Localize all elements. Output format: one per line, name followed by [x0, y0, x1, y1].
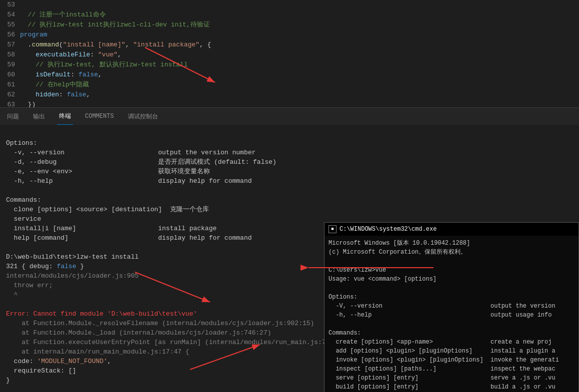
tab-comments[interactable]: COMMENTS — [83, 108, 116, 125]
code-line-59: 59 // 执行lzw-test, 默认执行lzw-test install — [0, 60, 579, 70]
code-line-55: 55 // 执行lzw-test init执行lzwcl-cli-dev ini… — [0, 20, 579, 30]
term-line — [6, 186, 573, 195]
tab-problems[interactable]: 问题 — [5, 108, 21, 125]
code-line-56: 56 program — [0, 30, 579, 40]
tab-output[interactable]: 输出 — [31, 108, 47, 125]
bottom-area: Options: -v, --version output the versio… — [0, 125, 579, 392]
line-number: 54 — [0, 10, 20, 20]
cmd-line: invoke [options] <plugin> [pluginOptions… — [328, 356, 574, 365]
code-line-57: 57 .command("install [name]", "install p… — [0, 40, 579, 50]
cmd-line: (c) Microsoft Corporation。保留所有权利。 — [328, 248, 574, 257]
line-number: 60 — [0, 70, 20, 80]
cmd-line — [328, 320, 574, 329]
line-number: 53 — [0, 0, 20, 10]
code-line-62: 62 hidden: false, — [0, 90, 579, 100]
code-line-58: 58 executableFile: "vue", — [0, 50, 579, 60]
cmd-line: Options: — [328, 293, 574, 302]
code-line-54: 54 // 注册一个install命令 — [0, 10, 579, 20]
tab-debug-console[interactable]: 调试控制台 — [126, 108, 160, 125]
cmd-line: C:\Users\lzw>vue — [328, 266, 574, 275]
cmd-line: build [options] [entry] build a .js or .… — [328, 383, 574, 392]
tab-bar: 问题 输出 终端 COMMENTS 调试控制台 — [0, 107, 579, 125]
code-line-60: 60 isDefault: false, — [0, 70, 579, 80]
cmd-line: -h, --help output usage info — [328, 311, 574, 320]
cmd-line: inspect [options] [paths...] inspect the… — [328, 365, 574, 374]
cmd-line: -V, --version output the version — [328, 302, 574, 311]
cmd-line — [328, 284, 574, 293]
cmd-title: C:\WINDOWS\system32\cmd.exe — [340, 226, 436, 233]
line-number: 57 — [0, 40, 20, 50]
cmd-line: serve [options] [entry] serve a .js or .… — [328, 374, 574, 383]
cmd-icon: ■ — [328, 225, 336, 233]
line-number: 58 — [0, 50, 20, 60]
cmd-line: Usage: vue <command> [options] — [328, 275, 574, 284]
line-number: 63 — [0, 100, 20, 107]
cmd-window: ■ C:\WINDOWS\system32\cmd.exe Microsoft … — [324, 222, 579, 392]
cmd-line: create [options] <app-name> create a new… — [328, 338, 574, 347]
cmd-content: Microsoft Windows [版本 10.0.19042.1288] (… — [324, 236, 578, 392]
code-line-61: 61 // 在help中隐藏 — [0, 80, 579, 90]
term-line: Options: — [6, 138, 573, 148]
term-line: -d, --debug 是否开启调试模式 (default: false) — [6, 157, 573, 167]
line-number: 56 — [0, 30, 20, 40]
code-line-53: 53 — [0, 0, 579, 10]
term-line — [6, 129, 573, 138]
term-line: -v, --version output the version number — [6, 148, 573, 157]
cmd-line: Microsoft Windows [版本 10.0.19042.1288] — [328, 239, 574, 248]
cmd-titlebar: ■ C:\WINDOWS\system32\cmd.exe — [324, 223, 578, 236]
term-line: -e, --env <env> 获取环境变量名称 — [6, 167, 573, 176]
main-container: 53 54 // 注册一个install命令 55 // 执行lzw-test … — [0, 0, 579, 392]
cmd-line — [328, 257, 574, 266]
cmd-line: Commands: — [328, 329, 574, 338]
tab-terminal[interactable]: 终端 — [57, 108, 73, 125]
line-number: 59 — [0, 60, 20, 70]
term-line: Commands: — [6, 195, 573, 205]
term-line: clone [options] <source> [destination] 克… — [6, 205, 573, 214]
line-number: 61 — [0, 80, 20, 90]
code-editor: 53 54 // 注册一个install命令 55 // 执行lzw-test … — [0, 0, 579, 107]
term-line: -h, --help display help for command — [6, 176, 573, 186]
code-line-63: 63 }) — [0, 100, 579, 107]
line-number: 55 — [0, 20, 20, 30]
cmd-line: add [options] <plugin> [pluginOptions] i… — [328, 347, 574, 356]
line-number: 62 — [0, 90, 20, 100]
